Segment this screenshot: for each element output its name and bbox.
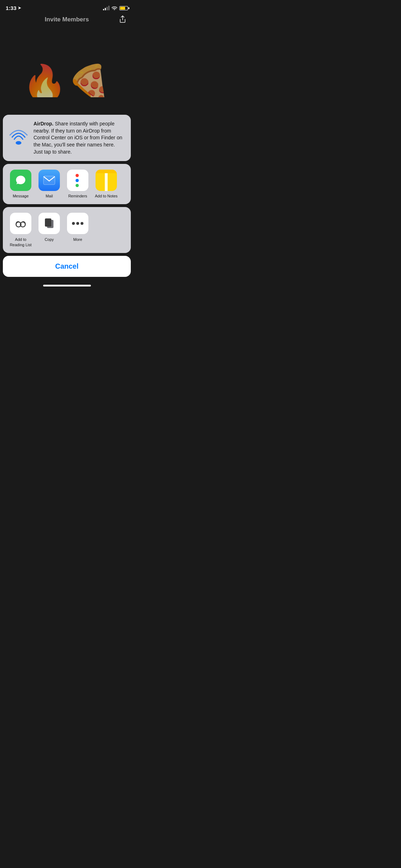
action-reading-list[interactable]: Add toReading List (9, 213, 33, 247)
mail-icon (38, 170, 60, 191)
reading-list-label: Add toReading List (10, 237, 31, 247)
wifi-icon (112, 5, 117, 11)
message-label: Message (13, 194, 29, 198)
copy-label: Copy (45, 237, 54, 242)
battery-icon: ⚡ (119, 6, 128, 10)
nav-bar: Invite Members (0, 13, 134, 26)
apps-section: Message Mail (3, 164, 131, 204)
time-display: 1:33 (6, 5, 16, 11)
airdrop-icon (9, 128, 29, 148)
more-dot-3 (81, 222, 83, 225)
reading-list-svg (15, 218, 26, 228)
flame-pizza-graphic: 🔥🍕 (22, 62, 112, 97)
share-icon (119, 15, 127, 23)
signal-bar-4 (108, 6, 109, 10)
location-icon: ➤ (18, 6, 21, 10)
airdrop-svg (9, 128, 29, 148)
copy-svg (44, 218, 54, 229)
notes-icon (96, 170, 117, 191)
app-item-mail[interactable]: Mail (37, 170, 61, 198)
signal-bar-2 (105, 8, 106, 10)
copy-icon (38, 213, 60, 234)
airdrop-description: AirDrop. Share instantly with people nea… (34, 120, 125, 155)
app-item-message[interactable]: Message (9, 170, 33, 198)
status-icons: ⚡ (103, 5, 128, 11)
svg-point-0 (16, 141, 21, 145)
background-content: 🔥🍕 (0, 26, 134, 97)
actions-section: Add toReading List Copy (3, 207, 131, 253)
message-svg (15, 174, 27, 186)
signal-icon (103, 6, 109, 10)
app-item-reminders[interactable]: Reminders (66, 170, 90, 198)
notes-label: Add to Notes (95, 194, 118, 198)
page-root: 1:33 ➤ (0, 0, 134, 289)
svg-rect-2 (43, 176, 55, 185)
status-bar: 1:33 ➤ (0, 0, 134, 13)
reading-list-icon (10, 213, 31, 234)
nav-title: Invite Members (45, 16, 89, 23)
reminders-label: Reminders (68, 194, 87, 198)
airdrop-section: AirDrop. Share instantly with people nea… (3, 115, 131, 161)
top-area: 1:33 ➤ (0, 0, 134, 26)
share-button[interactable] (117, 14, 128, 26)
app-item-notes[interactable]: Add to Notes (94, 170, 118, 198)
more-dot-2 (76, 222, 79, 225)
mail-label: Mail (46, 194, 53, 198)
mail-svg (43, 176, 55, 185)
apps-scroll-row: Message Mail (6, 170, 128, 198)
status-time: 1:33 ➤ (6, 5, 21, 11)
battery-fill: ⚡ (120, 7, 125, 10)
action-copy[interactable]: Copy (37, 213, 61, 247)
cancel-button[interactable]: Cancel (3, 256, 131, 277)
signal-bar-3 (107, 7, 108, 10)
battery-bolt: ⚡ (121, 7, 124, 9)
reminders-icon (67, 170, 88, 191)
more-dot-1 (72, 222, 75, 225)
actions-row: Add toReading List Copy (6, 213, 128, 247)
cancel-section: Cancel (3, 256, 131, 277)
svg-rect-6 (45, 218, 51, 227)
action-more[interactable]: More (66, 213, 90, 247)
home-indicator (43, 285, 91, 286)
more-icon (67, 213, 88, 234)
message-icon (10, 170, 31, 191)
more-label: More (73, 237, 82, 242)
airdrop-title: AirDrop. (34, 121, 55, 126)
signal-bar-1 (103, 9, 104, 10)
share-sheet: AirDrop. Share instantly with people nea… (0, 115, 134, 289)
more-dots (72, 222, 83, 225)
